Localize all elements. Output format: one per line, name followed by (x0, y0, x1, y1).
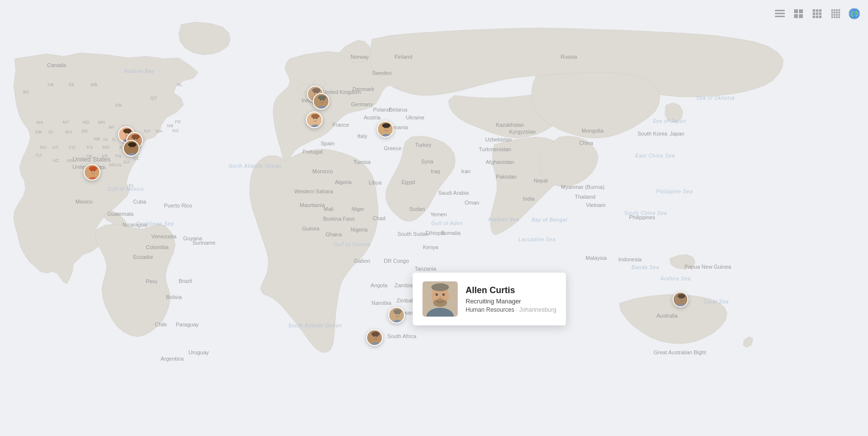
svg-point-51 (394, 309, 402, 314)
svg-point-73 (443, 294, 445, 296)
svg-rect-80 (794, 14, 798, 18)
svg-rect-106 (838, 16, 840, 18)
svg-point-53 (399, 313, 399, 314)
svg-point-72 (436, 294, 438, 296)
svg-point-59 (376, 336, 377, 337)
svg-rect-103 (831, 16, 833, 18)
svg-point-41 (316, 118, 317, 119)
svg-rect-82 (813, 9, 815, 12)
avatar-pin[interactable] (673, 292, 688, 307)
avatar-pin[interactable] (306, 112, 323, 128)
svg-point-46 (384, 127, 385, 128)
map-container (0, 0, 868, 436)
svg-rect-87 (819, 13, 821, 15)
popup-title: Recruiting Manager (466, 298, 556, 305)
svg-rect-83 (816, 9, 819, 12)
svg-rect-98 (838, 12, 840, 14)
svg-rect-89 (816, 16, 819, 18)
svg-rect-105 (836, 16, 838, 18)
svg-point-28 (314, 92, 315, 93)
svg-point-23 (94, 170, 95, 171)
svg-point-57 (372, 332, 380, 336)
svg-point-52 (396, 313, 397, 314)
popup-card: Allen Curtis Recruiting Manager Human Re… (413, 273, 566, 325)
popup-avatar (422, 281, 458, 317)
grid-large-button[interactable] (829, 7, 843, 21)
map-view-button[interactable] (847, 7, 861, 21)
avatar-pin[interactable] (366, 329, 383, 346)
svg-point-9 (132, 135, 140, 139)
svg-point-22 (91, 170, 92, 171)
svg-point-64 (680, 298, 680, 298)
svg-point-17 (133, 146, 134, 147)
svg-rect-97 (836, 12, 838, 14)
svg-rect-75 (775, 10, 785, 11)
svg-rect-93 (836, 9, 838, 11)
world-map (0, 0, 868, 436)
svg-rect-81 (799, 14, 803, 18)
svg-rect-102 (838, 14, 840, 16)
grid-small-button[interactable] (792, 7, 805, 21)
svg-point-40 (313, 118, 314, 119)
svg-rect-101 (836, 14, 838, 16)
svg-rect-88 (813, 16, 815, 18)
svg-point-74 (439, 297, 441, 299)
avatar-pin[interactable] (388, 307, 405, 323)
grid-medium-button[interactable] (810, 7, 824, 21)
svg-rect-91 (831, 9, 833, 11)
svg-point-39 (311, 114, 320, 118)
svg-point-63 (678, 294, 685, 298)
svg-point-65 (682, 298, 683, 298)
svg-point-3 (123, 129, 132, 133)
svg-rect-96 (834, 12, 836, 14)
list-view-button[interactable] (773, 7, 787, 21)
svg-point-15 (128, 142, 137, 147)
svg-point-45 (382, 123, 391, 128)
svg-point-16 (130, 146, 131, 147)
svg-point-10 (134, 138, 135, 139)
popup-dept: Human Resources · Johannesburg (466, 306, 556, 313)
svg-point-11 (137, 138, 138, 139)
svg-point-47 (387, 127, 388, 128)
svg-rect-85 (813, 13, 815, 15)
avatar-pin[interactable] (313, 93, 329, 110)
svg-rect-92 (834, 9, 836, 11)
popup-info: Allen Curtis Recruiting Manager Human Re… (466, 285, 556, 313)
toolbar (773, 7, 861, 21)
svg-point-70 (433, 299, 447, 307)
svg-rect-76 (775, 13, 785, 14)
svg-rect-99 (831, 14, 833, 16)
svg-rect-95 (831, 12, 833, 14)
svg-point-71 (431, 283, 449, 291)
svg-rect-90 (819, 16, 821, 18)
avatar-pin[interactable] (377, 121, 394, 138)
svg-point-58 (374, 336, 375, 337)
svg-rect-84 (819, 9, 821, 12)
svg-rect-77 (775, 16, 785, 17)
svg-rect-94 (838, 9, 840, 11)
svg-point-4 (125, 133, 126, 134)
svg-point-27 (312, 88, 321, 92)
svg-rect-104 (834, 16, 836, 18)
avatar-pin[interactable] (84, 164, 100, 181)
svg-rect-100 (834, 14, 836, 16)
svg-point-35 (323, 99, 324, 100)
svg-point-34 (320, 99, 321, 100)
svg-point-33 (318, 95, 327, 100)
svg-rect-79 (799, 9, 803, 13)
svg-point-21 (89, 166, 97, 171)
popup-name: Allen Curtis (466, 285, 556, 296)
svg-rect-78 (794, 9, 798, 13)
avatar-pin[interactable] (123, 140, 140, 157)
svg-rect-86 (816, 13, 819, 15)
